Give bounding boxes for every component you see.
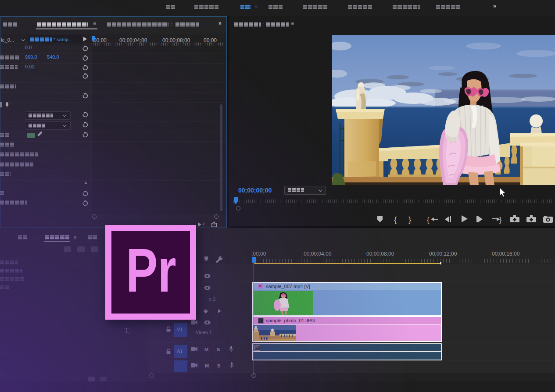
svg-text:{: { [394,215,397,224]
svg-text:}: } [499,216,502,224]
svg-text:{: { [427,216,430,224]
svg-text:}: } [408,215,411,224]
